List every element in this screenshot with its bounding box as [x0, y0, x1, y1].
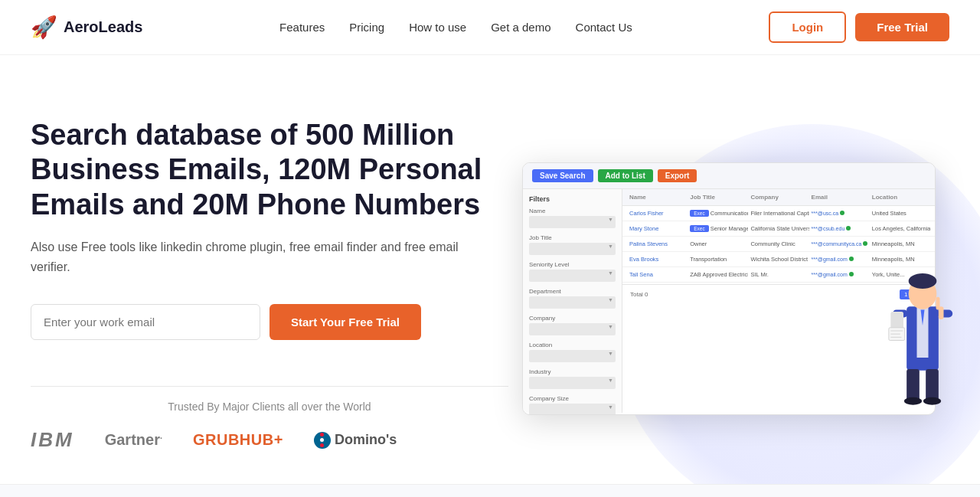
- filter-industry: Industry: [529, 368, 616, 389]
- hero-form: Start Your Free Trial: [31, 304, 508, 340]
- navbar: 🚀 AeroLeads Features Pricing How to use …: [0, 0, 980, 55]
- dominos-text: Domino's: [335, 432, 397, 448]
- nav-links: Features Pricing How to use Get a demo C…: [279, 21, 632, 34]
- dot3: [320, 443, 324, 447]
- logo[interactable]: 🚀 AeroLeads: [31, 15, 142, 40]
- nav-actions: Login Free Trial: [769, 11, 949, 43]
- hero-subtitle: Also use Free tools like linkedin chrome…: [31, 237, 475, 276]
- pagination-label: Total 0: [630, 291, 648, 298]
- gartner-logo: Gartner.: [105, 431, 162, 449]
- nav-item-how-to-use[interactable]: How to use: [409, 21, 466, 34]
- dashboard-mockup: Save Search Add to List Export Filters N…: [522, 162, 936, 415]
- trusted-logos: IBM Gartner. GRUBHUB Domino's: [31, 428, 508, 452]
- svg-point-4: [909, 273, 937, 289]
- dominos-dots: [318, 431, 325, 449]
- filter-seniority: Seniority Level: [529, 261, 616, 282]
- login-button[interactable]: Login: [769, 11, 846, 43]
- dash-btn-export: Export: [658, 169, 697, 182]
- dash-btn-add: Add to List: [598, 169, 653, 182]
- nav-item-pricing[interactable]: Pricing: [349, 21, 384, 34]
- hero-left: Search database of 500 Million Business …: [31, 118, 508, 453]
- person-illustration: [880, 224, 965, 415]
- trusted-section: Trusted By Major Clients all over the Wo…: [31, 371, 508, 452]
- svg-rect-6: [890, 312, 903, 329]
- hero-section: Search database of 500 Million Business …: [0, 55, 980, 484]
- filter-companysize: Company Size: [529, 395, 616, 415]
- divider: [31, 386, 508, 387]
- svg-rect-9: [936, 297, 940, 310]
- dot1: [320, 433, 324, 437]
- ibm-logo: IBM: [31, 428, 74, 452]
- table-row: Carlos Fisher Exec Communications Office…: [622, 206, 935, 221]
- start-trial-button[interactable]: Start Your Free Trial: [270, 304, 421, 340]
- logo-text: AeroLeads: [64, 18, 142, 36]
- trusted-label: Trusted By Major Clients all over the Wo…: [31, 401, 508, 413]
- email-input[interactable]: [31, 304, 260, 340]
- filters-title: Filters: [529, 195, 616, 203]
- svg-rect-10: [906, 369, 920, 401]
- hero-right: Save Search Add to List Export Filters N…: [508, 155, 949, 415]
- dominos-logo: Domino's: [314, 432, 397, 449]
- filter-name: Name: [529, 208, 616, 228]
- filter-jobtitle: Job Title: [529, 234, 616, 255]
- logo-icon: 🚀: [31, 15, 57, 40]
- nav-item-features[interactable]: Features: [279, 21, 325, 34]
- hero-title: Search database of 500 Million Business …: [31, 118, 508, 223]
- filter-company: Company: [529, 315, 616, 335]
- features-section: Features our users love!: [0, 484, 980, 497]
- free-trial-button[interactable]: Free Trial: [855, 13, 949, 41]
- table-header: Name Job Title Company Email Location: [622, 189, 935, 206]
- dash-filters: Filters Name Job Title Seniority Level: [523, 189, 622, 413]
- dot2: [320, 438, 324, 442]
- dash-header: Save Search Add to List Export: [523, 163, 935, 189]
- svg-rect-11: [926, 369, 939, 401]
- svg-point-12: [904, 397, 922, 405]
- grubhub-logo: GRUBHUB: [193, 431, 283, 449]
- dash-btn-save: Save Search: [532, 169, 593, 182]
- filter-dept: Department: [529, 288, 616, 309]
- dominos-icon: [314, 432, 331, 449]
- filter-location: Location: [529, 342, 616, 362]
- dash-body: Filters Name Job Title Seniority Level: [523, 189, 935, 413]
- nav-item-contact[interactable]: Contact Us: [576, 21, 632, 34]
- svg-point-13: [923, 397, 941, 405]
- nav-item-get-demo[interactable]: Get a demo: [491, 21, 550, 34]
